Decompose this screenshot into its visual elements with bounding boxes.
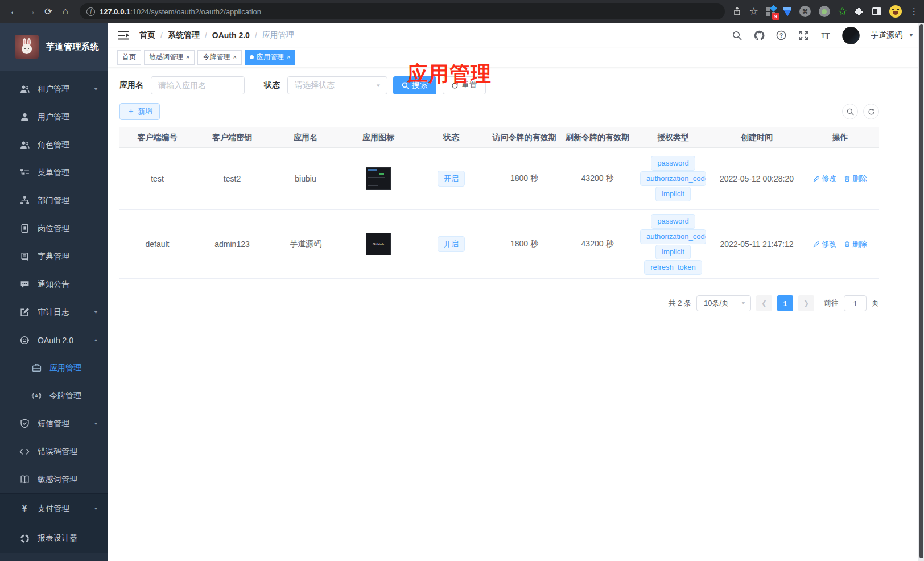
close-icon[interactable]: × <box>186 54 189 60</box>
star-extension-icon[interactable]: ✩ <box>838 5 847 18</box>
next-page-button[interactable]: ❯ <box>798 295 814 311</box>
sidebar-item-notice[interactable]: 通知公告 <box>0 270 108 298</box>
sidebar-item-label: 报表设计器 <box>38 533 77 543</box>
chevron-up-icon: ▲ <box>93 338 98 343</box>
users-icon <box>19 84 30 94</box>
split-view-icon[interactable] <box>872 7 881 15</box>
chevron-down-icon[interactable]: ▼ <box>909 32 914 38</box>
sidebar-item-dept[interactable]: 部门管理 <box>0 187 108 214</box>
tab-token[interactable]: 令牌管理 × <box>197 50 241 65</box>
sidebar-item-tenant[interactable]: 租户管理 ▼ <box>0 75 108 103</box>
sidebar-item-errcode[interactable]: 错误码管理 <box>0 438 108 465</box>
refresh-button[interactable] <box>863 104 879 119</box>
logo[interactable]: 芋道管理系统 <box>0 23 108 71</box>
breadcrumb-separator: / <box>255 31 257 40</box>
site-info-icon[interactable]: i <box>86 7 95 16</box>
svg-text:A: A <box>35 393 38 398</box>
goto-page-input[interactable] <box>844 295 867 311</box>
tab-application[interactable]: 应用管理 × <box>245 50 295 65</box>
add-button[interactable]: ＋ 新增 <box>119 103 160 120</box>
sidebar-item-report[interactable]: 报表设计器 <box>0 523 108 553</box>
menu-tree-icon <box>19 168 30 178</box>
reload-icon[interactable]: ⟳ <box>40 3 57 20</box>
extensions-puzzle-icon[interactable] <box>855 7 864 16</box>
edit-button[interactable]: 修改 <box>813 239 836 249</box>
github-icon[interactable] <box>753 30 765 41</box>
forward-icon[interactable]: → <box>23 3 40 20</box>
sidebar-item-label: 角色管理 <box>38 140 69 150</box>
toggle-search-button[interactable] <box>842 104 858 119</box>
tab-sensitive[interactable]: 敏感词管理 × <box>144 50 195 65</box>
tab-home[interactable]: 首页 <box>117 50 141 65</box>
close-icon[interactable]: × <box>233 54 236 60</box>
status-tag[interactable]: 开启 <box>438 171 465 187</box>
scrollbar-thumb[interactable] <box>919 24 923 558</box>
username[interactable]: 芋道源码 <box>871 30 902 40</box>
font-size-icon[interactable]: TT <box>820 30 831 41</box>
sidebar-item-post[interactable]: 岗位管理 <box>0 214 108 242</box>
close-icon[interactable]: × <box>287 54 290 60</box>
cell-refresh-ttl: 43200 秒 <box>561 174 634 184</box>
sidebar-item-token[interactable]: A 令牌管理 <box>0 382 108 410</box>
sidebar-item-label: 通知公告 <box>38 279 69 290</box>
help-icon[interactable]: ? <box>776 30 787 41</box>
col-header: 状态 <box>415 133 488 143</box>
breadcrumb-system[interactable]: 系统管理 <box>168 30 200 40</box>
sidebar-item-label: 菜单管理 <box>38 168 69 178</box>
current-page-button[interactable]: 1 <box>777 295 793 311</box>
reset-button-label: 重置 <box>461 80 477 90</box>
profile-avatar-icon[interactable] <box>889 5 902 18</box>
app-icon-thumbnail <box>366 167 391 190</box>
delete-label: 删除 <box>852 239 867 249</box>
back-icon[interactable]: ← <box>6 3 23 20</box>
bookmark-star-icon[interactable]: ☆ <box>749 5 758 18</box>
status-tag[interactable]: 开启 <box>438 236 465 252</box>
delete-button[interactable]: 删除 <box>844 239 867 249</box>
sidebar-item-oauth[interactable]: OAuth 2.0 ▲ <box>0 326 108 354</box>
page-size-value: 10条/页 <box>704 298 729 308</box>
edit-button[interactable]: 修改 <box>813 174 836 184</box>
search-button-label: 搜索 <box>412 80 428 90</box>
sidebar-item-pay[interactable]: ¥ 支付管理 ▼ <box>0 494 108 523</box>
sidebar-item-dict[interactable]: 字典管理 <box>0 242 108 270</box>
fullscreen-icon[interactable] <box>798 30 809 41</box>
status-select[interactable]: 请选择状态 ▼ <box>287 76 387 94</box>
home-icon[interactable]: ⌂ <box>57 3 74 20</box>
page-scrollbar[interactable] <box>918 23 924 561</box>
sidebar-item-menu[interactable]: 菜单管理 <box>0 159 108 187</box>
prev-page-button[interactable]: ❮ <box>756 295 772 311</box>
gem-extension-icon[interactable] <box>783 10 791 16</box>
sidebar-item-audit-log[interactable]: 审计日志 ▼ <box>0 298 108 326</box>
sidebar-item-label: 令牌管理 <box>50 391 81 401</box>
breadcrumb-home[interactable]: 首页 <box>139 30 155 40</box>
token-icon: A <box>31 391 42 401</box>
cell-app-icon <box>342 167 415 190</box>
search-button[interactable]: 搜索 <box>393 76 436 94</box>
badge-icon <box>19 224 30 234</box>
extension-grid-icon[interactable]: 9 <box>766 7 776 16</box>
app-title: 芋道管理系统 <box>46 42 99 52</box>
delete-button[interactable]: 删除 <box>844 174 867 184</box>
url-host: 127.0.0.1 <box>100 7 130 16</box>
browser-menu-icon[interactable]: ⋮ <box>910 6 918 16</box>
sidebar-collapse-icon[interactable] <box>118 31 129 40</box>
share-icon[interactable] <box>733 7 741 16</box>
sidebar-item-application[interactable]: 应用管理 <box>0 354 108 382</box>
col-header: 访问令牌的有效期 <box>488 133 561 143</box>
record-extension-icon[interactable] <box>819 6 830 17</box>
app-icon-thumbnail: GitHub <box>366 233 391 255</box>
cell-secret: test2 <box>195 174 269 183</box>
sidebar-item-label: OAuth 2.0 <box>38 336 73 345</box>
app-name-input[interactable] <box>151 76 245 94</box>
sidebar-item-user[interactable]: 用户管理 <box>0 103 108 131</box>
search-icon[interactable] <box>731 30 742 41</box>
page-size-select[interactable]: 10条/页 ▼ <box>696 295 751 311</box>
user-avatar[interactable] <box>842 27 860 44</box>
sidebar-item-sensitive[interactable]: 敏感词管理 <box>0 465 108 493</box>
breadcrumb-oauth[interactable]: OAuth 2.0 <box>212 31 250 40</box>
sidebar-item-sms[interactable]: 短信管理 ▼ <box>0 410 108 438</box>
address-bar[interactable]: i 127.0.0.1:1024/system/oauth2/oauth2/ap… <box>80 3 725 19</box>
sidebar-item-role[interactable]: 角色管理 <box>0 131 108 159</box>
reset-button[interactable]: 重置 <box>443 76 486 94</box>
command-extension-icon[interactable]: ⌘ <box>799 6 811 17</box>
